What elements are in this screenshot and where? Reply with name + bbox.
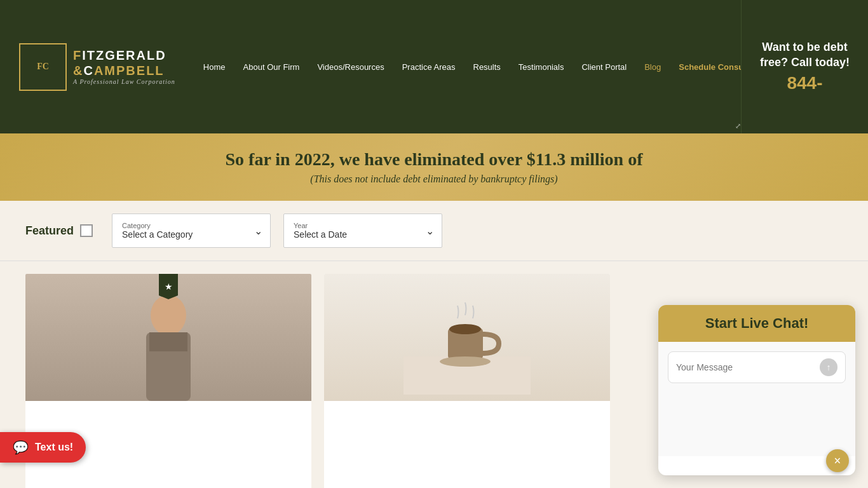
svg-rect-2	[149, 332, 187, 351]
svg-point-0	[151, 295, 186, 336]
nav-practice[interactable]: Practice Areas	[393, 57, 465, 77]
firm-name: FITZGERALD &CAMPBELL	[73, 48, 175, 78]
svg-point-6	[440, 356, 491, 367]
chat-input-area: ↑	[668, 351, 846, 383]
coffee-scene	[324, 274, 610, 401]
year-value: Select a Date	[294, 229, 347, 240]
live-chat-button-text: Start Live Chat!	[705, 315, 809, 332]
nav-client-portal[interactable]: Client Portal	[573, 57, 635, 77]
category-select[interactable]: Category Select a Category ⌄	[112, 214, 271, 248]
banner-sub: (This does not include debt eliminated b…	[25, 173, 843, 185]
blog-card-2[interactable]	[324, 274, 610, 488]
year-select[interactable]: Year Select a Date ⌄	[283, 214, 442, 248]
live-chat-footer: ×	[658, 456, 855, 475]
banner-main: So far in 2022, we have eliminated over …	[25, 149, 843, 170]
category-value: Select a Category	[122, 229, 193, 240]
featured-checkbox[interactable]	[80, 224, 93, 237]
bookmark-icon-1: ★	[159, 274, 178, 299]
featured-label: Featured	[25, 224, 74, 238]
cta-want-text: Want to be debt free? Call today!	[751, 40, 858, 70]
filter-selects: Category Select a Category ⌄ Year Select…	[112, 214, 843, 248]
site-header: FC FITZGERALD &CAMPBELL A Professional L…	[0, 0, 868, 133]
text-us-label: Text us!	[35, 442, 73, 453]
nav-results[interactable]: Results	[465, 57, 510, 77]
stats-banner: So far in 2022, we have eliminated over …	[0, 133, 868, 201]
nav-videos[interactable]: Videos/Resources	[308, 57, 393, 77]
nav-about[interactable]: About Our Firm	[234, 57, 309, 77]
chat-bubble-icon: 💬	[13, 440, 29, 455]
svg-point-5	[449, 324, 481, 334]
cta-sidebar: Want to be debt free? Call today! 844-	[741, 0, 868, 133]
live-chat-header[interactable]: Start Live Chat!	[658, 305, 855, 342]
category-chevron-icon: ⌄	[254, 225, 262, 237]
text-us-button[interactable]: 💬 Text us!	[0, 432, 86, 463]
category-label: Category	[122, 222, 245, 229]
close-chat-button[interactable]: ×	[826, 449, 849, 472]
send-message-button[interactable]: ↑	[820, 358, 837, 376]
collapse-cta-button[interactable]: ⤢	[735, 122, 741, 130]
live-chat-body: ↑	[658, 342, 855, 456]
blog-image-2	[324, 274, 610, 401]
featured-filter: Featured	[25, 224, 93, 238]
nav-blog[interactable]: Blog	[635, 57, 670, 77]
filter-bar: Featured Category Select a Category ⌄ Ye…	[0, 201, 868, 261]
year-label: Year	[294, 222, 416, 229]
firm-tagline: A Professional Law Corporation	[73, 78, 175, 86]
logo[interactable]: FC FITZGERALD &CAMPBELL A Professional L…	[19, 43, 175, 91]
nav-home[interactable]: Home	[194, 57, 234, 77]
logo-box: FC	[19, 43, 67, 91]
chat-message-input[interactable]	[676, 362, 815, 372]
live-chat-widget: Start Live Chat! ↑ ×	[658, 305, 855, 475]
nav-testimonials[interactable]: Testimonials	[510, 57, 573, 77]
year-chevron-icon: ⌄	[426, 225, 434, 237]
logo-text: FITZGERALD &CAMPBELL A Professional Law …	[73, 48, 175, 86]
cta-phone[interactable]: 844-	[787, 73, 822, 93]
